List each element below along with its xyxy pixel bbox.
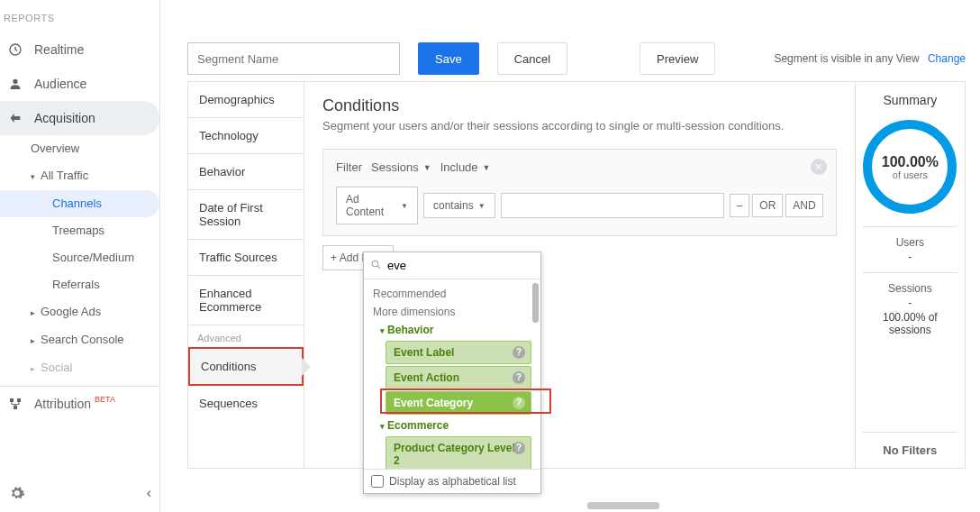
help-icon[interactable]: ?: [513, 442, 525, 454]
operator-value: contains: [433, 199, 474, 212]
nav-audience[interactable]: Audience: [0, 67, 159, 101]
nav-realtime[interactable]: Realtime: [0, 32, 159, 67]
alpha-list-label: Display as alphabetical list: [389, 475, 516, 488]
popover-footer: Display as alphabetical list: [364, 469, 540, 493]
summary-of-users: of users: [893, 170, 928, 180]
dimension-value: Ad Content: [346, 193, 396, 218]
summary-percent: 100.00%: [882, 154, 939, 170]
include-dropdown[interactable]: Include ▼: [440, 160, 491, 174]
summary-sessions: Sessions - 100.00% of sessions: [863, 272, 957, 345]
preview-button[interactable]: Preview: [640, 42, 715, 75]
no-filters-label: No Filters: [863, 432, 957, 457]
clock-icon: [7, 41, 23, 58]
cancel-button[interactable]: Cancel: [497, 42, 567, 75]
dim-product-category-l2[interactable]: Product Category Level 2?: [386, 436, 531, 469]
group-ecommerce[interactable]: Ecommerce: [364, 416, 540, 434]
recommended-label: Recommended: [364, 285, 540, 303]
subnav-social[interactable]: Social: [0, 354, 159, 382]
help-icon[interactable]: ?: [513, 371, 525, 384]
change-visibility-link[interactable]: Change: [928, 52, 966, 65]
summary-panel: Summary 100.00% of users Users - Session…: [856, 82, 965, 468]
caret-down-icon: ▼: [478, 202, 485, 210]
search-icon: [370, 259, 382, 270]
dim-text: Event Label: [394, 346, 454, 359]
segment-panel: Demographics Technology Behavior Date of…: [187, 81, 966, 469]
group-behavior[interactable]: Behavior: [364, 321, 540, 339]
cat-first-session[interactable]: Date of First Session: [188, 190, 304, 240]
filter-block: ✕ Filter Sessions ▼ Include ▼ Ad Content: [322, 149, 837, 236]
cat-technology[interactable]: Technology: [188, 118, 304, 154]
sessions-pct: 100.00% of sessions: [863, 311, 957, 336]
svg-point-1: [13, 79, 17, 84]
beta-badge: BETA: [95, 395, 115, 404]
collapse-nav-icon[interactable]: ‹: [147, 485, 151, 501]
main-area: Save Cancel Preview Segment is visible i…: [173, 0, 980, 512]
users-label: Users: [863, 236, 957, 249]
subnav-all-traffic[interactable]: All Traffic: [0, 162, 159, 190]
dim-event-label[interactable]: Event Label?: [386, 341, 531, 364]
cat-traffic-sources[interactable]: Traffic Sources: [188, 240, 304, 276]
caret-down-icon: ▼: [483, 163, 491, 172]
sessions-label: Sessions: [863, 282, 957, 295]
subnav-google-ads[interactable]: Google Ads: [0, 298, 159, 326]
attribution-icon: [7, 396, 23, 412]
horizontal-scrollbar[interactable]: [587, 502, 659, 509]
cat-behavior[interactable]: Behavior: [188, 154, 304, 190]
svg-point-2: [372, 261, 378, 267]
dim-event-category[interactable]: Event Category?: [386, 391, 531, 415]
save-button[interactable]: Save: [418, 42, 479, 75]
subnav-source-medium[interactable]: Source/Medium: [0, 244, 159, 271]
subnav-channels[interactable]: Channels: [0, 190, 159, 217]
cat-conditions[interactable]: Conditions: [188, 347, 304, 386]
dim-text: Event Category: [394, 397, 473, 409]
segment-name-input[interactable]: [187, 42, 400, 75]
summary-ring: 100.00% of users: [863, 120, 957, 214]
category-list: Demographics Technology Behavior Date of…: [188, 82, 304, 468]
settings-icon[interactable]: [9, 485, 25, 501]
dimension-dropdown[interactable]: Ad Content ▼: [336, 187, 418, 224]
operator-dropdown[interactable]: contains ▼: [423, 193, 495, 218]
dimension-results: Recommended More dimensions Behavior Eve…: [364, 279, 540, 469]
users-value: -: [863, 251, 957, 263]
acquisition-icon: [7, 110, 23, 126]
more-dimensions-label: More dimensions: [364, 303, 540, 321]
help-icon[interactable]: ?: [513, 346, 525, 359]
dim-text: Product Category Level 2: [394, 442, 515, 467]
nav-label: Attribution: [34, 397, 91, 411]
cat-sequences[interactable]: Sequences: [188, 386, 304, 421]
visibility-label: Segment is visible in any View: [774, 52, 919, 65]
scope-dropdown[interactable]: Sessions ▼: [371, 160, 431, 174]
dim-text: Event Action: [394, 371, 459, 384]
and-button[interactable]: AND: [785, 194, 822, 217]
reports-header: REPORTS: [0, 0, 159, 32]
cat-enhanced-ecommerce[interactable]: Enhanced Ecommerce: [188, 276, 304, 325]
dimension-popover: Recommended More dimensions Behavior Eve…: [363, 251, 541, 494]
dimension-search-input[interactable]: [364, 252, 540, 279]
nav-acquisition[interactable]: Acquisition: [0, 101, 159, 135]
subnav-treemaps[interactable]: Treemaps: [0, 217, 159, 244]
alpha-list-checkbox[interactable]: [371, 475, 384, 488]
conditions-editor: Conditions Segment your users and/or the…: [304, 82, 856, 468]
subnav-search-console[interactable]: Search Console: [0, 326, 159, 354]
nav-label: Acquisition: [34, 111, 95, 125]
remove-filter-icon[interactable]: ✕: [811, 159, 827, 175]
sessions-value: -: [863, 297, 957, 309]
filter-condition-row: Ad Content ▼ contains ▼ – OR AND: [336, 187, 823, 224]
subnav-referrals[interactable]: Referrals: [0, 271, 159, 298]
include-value: Include: [440, 160, 478, 174]
dim-event-action[interactable]: Event Action?: [386, 366, 531, 389]
person-icon: [7, 76, 23, 92]
filter-label: Filter: [336, 160, 362, 174]
condition-value-input[interactable]: [501, 193, 724, 218]
filter-header-row: Filter Sessions ▼ Include ▼: [336, 160, 823, 174]
or-button[interactable]: OR: [752, 194, 783, 217]
subnav-overview[interactable]: Overview: [0, 135, 159, 162]
left-navigation: REPORTS Realtime Audience Acquisition Ov…: [0, 0, 160, 512]
remove-condition-button[interactable]: –: [730, 194, 750, 217]
help-icon[interactable]: ?: [513, 397, 525, 409]
nav-label: Audience: [34, 77, 86, 91]
editor-description: Segment your users and/or their sessions…: [322, 119, 837, 133]
scrollbar-thumb[interactable]: [532, 283, 539, 323]
nav-attribution[interactable]: Attribution BETA: [0, 387, 159, 421]
cat-demographics[interactable]: Demographics: [188, 82, 304, 118]
